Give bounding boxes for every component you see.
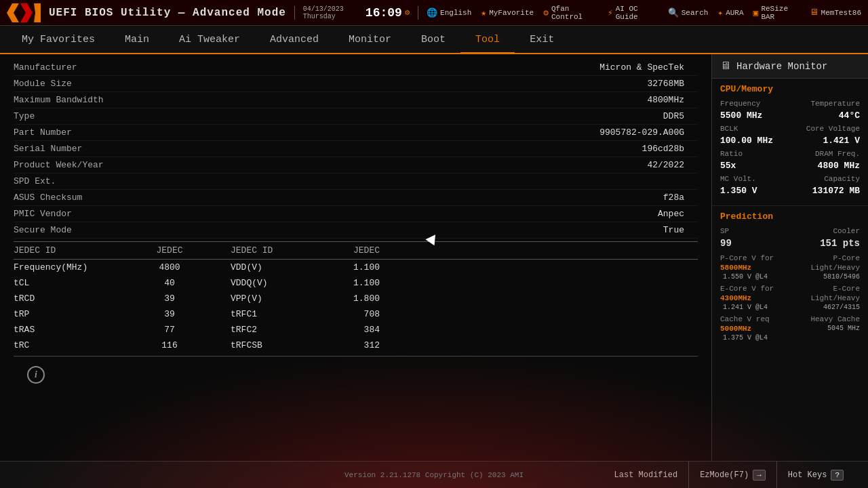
pmic-vendor-label: PMIC Vendor <box>14 209 149 219</box>
content-area: Manufacturer Micron & SpecTek Module Siz… <box>0 54 868 461</box>
hotkeys-button[interactable]: Hot Keys ? <box>776 462 854 489</box>
footer-version: Version 2.21.1278 Copyright (C) 2023 AMI <box>344 471 524 479</box>
nav-main[interactable]: Main <box>110 27 164 54</box>
tool-myfavorite[interactable]: ★ MyFavorite <box>481 7 534 18</box>
ai-icon: ⚡ <box>608 7 613 18</box>
nav-tool[interactable]: Tool <box>460 27 515 54</box>
info-table: Manufacturer Micron & SpecTek Module Siz… <box>14 60 698 357</box>
frequency-value-row: 5500 MHz 44°C <box>720 110 860 121</box>
time-text: 16:09 <box>366 6 402 20</box>
footer: Version 2.21.1278 Copyright (C) 2023 AMI… <box>0 461 868 488</box>
nav-advanced[interactable]: Advanced <box>255 27 334 54</box>
spd-ext-value <box>149 176 698 186</box>
jedec-trc-label: tRC <box>14 340 136 350</box>
jedec-trfc2-label: tRFC2 <box>203 325 339 335</box>
row-serial-number: Serial Number 196cd28b <box>14 141 698 157</box>
memtest-icon: 🖥 <box>810 7 818 18</box>
jedec-vddq-val: 1.100 <box>339 278 393 288</box>
asus-checksum-value: f28a <box>149 192 698 203</box>
frequency-row: Frequency Temperature <box>720 100 860 108</box>
nav-my-favorites[interactable]: My Favorites <box>7 27 110 54</box>
row-module-size: Module Size 32768MB <box>14 76 698 92</box>
sp-row: SP Cooler <box>720 227 860 235</box>
date-text: 04/13/2023 <box>303 5 357 13</box>
ratio-value-row: 55x 4800 MHz <box>720 161 860 171</box>
nav-ai-tweaker[interactable]: Ai Tweaker <box>164 27 255 54</box>
cache-sub: 1.375 V @L4 <box>720 334 860 342</box>
mc-volt-label: MC Volt. <box>720 175 756 183</box>
row-pmic-vendor: PMIC Vendor Anpec <box>14 206 698 222</box>
bclk-label: BCLK <box>720 125 738 133</box>
ecore-v-label: E-Core V for <box>720 285 774 293</box>
tool-aura[interactable]: ✦ AURA <box>717 7 743 18</box>
nav-exit[interactable]: Exit <box>515 27 569 54</box>
ecore-sub: 1.241 V @L4 4627/4315 <box>720 304 860 311</box>
tool-aioc-label: AI OC Guide <box>616 5 658 21</box>
manufacturer-label: Manufacturer <box>14 62 149 73</box>
tool-english[interactable]: 🌐 English <box>427 7 471 18</box>
jedec-trfcsb-label: tRFCSB <box>203 340 339 350</box>
manufacturer-value: Micron & SpecTek <box>149 62 698 73</box>
cache-v-val: 1.375 V @L4 <box>720 334 768 342</box>
temperature-value: 44°C <box>839 110 860 121</box>
jedec-freq-label: Frequency(MHz) <box>14 262 136 272</box>
tool-aioc[interactable]: ⚡ AI OC Guide <box>608 5 658 21</box>
svg-marker-2 <box>34 3 41 22</box>
core-voltage-label: Core Voltage <box>806 125 860 133</box>
tool-memtest[interactable]: 🖥 MemTest86 <box>810 7 861 18</box>
serial-number-label: Serial Number <box>14 144 149 154</box>
day-text: Thursday <box>303 13 357 20</box>
divider <box>14 356 698 357</box>
jedec-header-col2: JEDEC <box>136 245 203 256</box>
jedec-header: JEDEC ID JEDEC JEDEC ID JEDEC <box>14 241 698 260</box>
tool-qfan[interactable]: ⚙ Qfan Control <box>543 5 598 21</box>
row-asus-checksum: ASUS Checksum f28a <box>14 190 698 206</box>
ezmode-button[interactable]: EzMode(F7) → <box>688 462 776 489</box>
jedec-row-4: tRAS 77 tRFC2 384 <box>14 322 698 338</box>
jedec-trp-val: 39 <box>136 309 203 319</box>
tool-search[interactable]: 🔍 Search <box>668 7 709 18</box>
ecore-lh-label: E-Core <box>833 285 860 293</box>
pcore-vals: 5800MHz Light/Heavy <box>720 264 860 272</box>
jedec-vpp-label: VPP(V) <box>203 293 339 304</box>
sp-value: 99 <box>720 238 732 249</box>
jedec-tras-label: tRAS <box>14 325 136 335</box>
pcore-block: P-Core V for P-Core 5800MHz Light/Heavy … <box>720 254 860 281</box>
jedec-freq-val: 4800 <box>136 262 203 272</box>
resize-icon: ▣ <box>753 7 759 18</box>
last-modified-button[interactable]: Last Modified <box>604 462 689 489</box>
hw-monitor-title: 🖥 Hardware Monitor <box>712 54 868 79</box>
spd-ext-label: SPD Ext. <box>14 176 149 186</box>
left-panel: Manufacturer Micron & SpecTek Module Siz… <box>0 54 712 461</box>
cache-v-freq: 5000MHz <box>720 325 751 333</box>
nav-monitor[interactable]: Monitor <box>334 27 406 54</box>
module-size-value: 32768MB <box>149 79 698 89</box>
svg-marker-1 <box>20 3 33 22</box>
pcore-v-freq: 5800MHz <box>720 264 751 272</box>
cooler-value: 151 pts <box>820 238 860 249</box>
jedec-vpp-val: 1.800 <box>339 293 393 304</box>
heavy-cache-value: 5045 MHz <box>825 325 860 333</box>
pcore-sub: 1.550 V @L4 5810/5496 <box>720 273 860 281</box>
jedec-tras-val: 77 <box>136 325 203 335</box>
jedec-row-1: tCL 40 VDDQ(V) 1.100 <box>14 275 698 291</box>
mc-volt-value: 1.350 V <box>720 186 757 196</box>
secure-mode-label: Secure Mode <box>14 225 149 235</box>
nav-boot[interactable]: Boot <box>406 27 460 54</box>
pcore-lh-label2: Light/Heavy <box>810 264 860 272</box>
jedec-trp-label: tRP <box>14 309 136 319</box>
dram-freq-value: 4800 MHz <box>818 161 860 171</box>
hotkeys-label: Hot Keys <box>788 470 827 480</box>
module-size-label: Module Size <box>14 79 149 89</box>
tool-resizebar[interactable]: ▣ ReSize BAR <box>753 5 800 21</box>
ecore-v-val: 1.241 V @L4 <box>720 304 768 311</box>
svg-marker-0 <box>7 3 19 22</box>
cooler-label: Cooler <box>833 227 860 235</box>
bclk-value: 100.00 MHz <box>720 136 773 146</box>
secure-mode-value: True <box>149 225 698 235</box>
jedec-row-2: tRCD 39 VPP(V) 1.800 <box>14 291 698 306</box>
header-tools: 🌐 English ★ MyFavorite ⚙ Qfan Control ⚡ … <box>427 5 861 21</box>
row-type: Type DDR5 <box>14 108 698 125</box>
jedec-header-col1: JEDEC ID <box>14 245 136 256</box>
search-icon: 🔍 <box>668 7 679 18</box>
